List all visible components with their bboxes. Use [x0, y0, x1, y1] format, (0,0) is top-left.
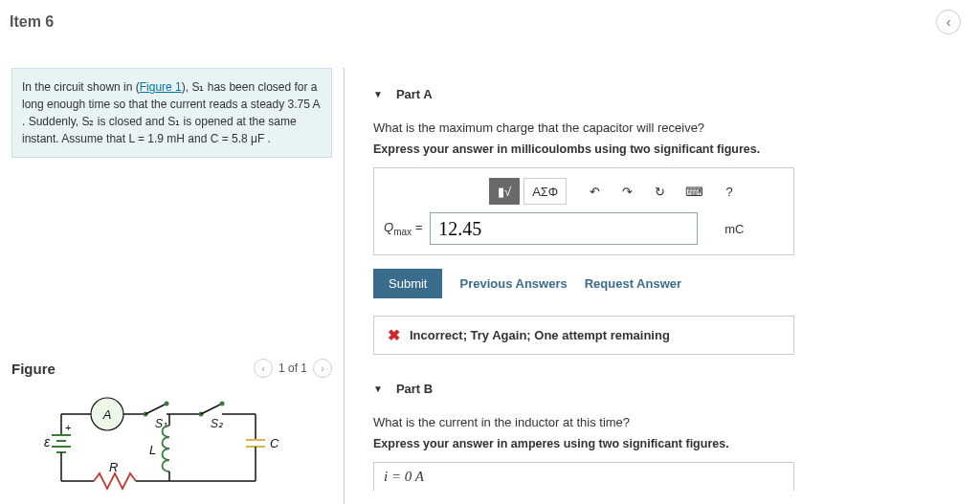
part-a-label: Part A	[396, 87, 433, 101]
svg-line-9	[201, 405, 220, 414]
figure-heading: Figure	[11, 361, 56, 377]
undo-button[interactable]: ↶	[580, 178, 609, 205]
svg-line-4	[145, 405, 165, 414]
part-a-collapse-icon[interactable]: ▼	[373, 89, 383, 99]
svg-point-10	[220, 402, 225, 406]
part-a-instruction: Express your answer in millicoulombs usi…	[373, 142, 951, 156]
svg-text:+: +	[65, 422, 71, 433]
problem-statement: In the circuit shown in (Figure 1), S₁ h…	[11, 68, 332, 158]
svg-text:A: A	[102, 407, 112, 422]
page-title: Item 6	[10, 13, 54, 31]
svg-text:ε: ε	[44, 434, 51, 449]
help-button[interactable]: ?	[715, 178, 744, 205]
part-a-question: What is the maximum charge that the capa…	[373, 121, 951, 135]
answer-input[interactable]	[430, 212, 698, 245]
svg-text:S₂: S₂	[211, 417, 224, 430]
feedback-text: Incorrect; Try Again; One attempt remain…	[410, 328, 670, 342]
svg-text:L: L	[149, 443, 156, 457]
figure-next-button[interactable]: ›	[313, 359, 332, 378]
greek-button[interactable]: ΑΣΦ	[523, 178, 567, 205]
templates-button[interactable]: ▮√	[489, 178, 520, 205]
svg-text:C: C	[270, 436, 279, 450]
answer-entry-box: ▮√ ΑΣΦ ↶ ↷ ↻ ⌨ ? Qmax = mC	[373, 167, 794, 255]
reset-button[interactable]: ↻	[645, 178, 674, 205]
figure-prev-button[interactable]: ‹	[254, 359, 273, 378]
svg-point-5	[165, 402, 169, 406]
part-b-instruction: Express your answer in amperes using two…	[373, 437, 951, 450]
keyboard-button[interactable]: ⌨	[678, 178, 711, 205]
answer-symbol: Qmax =	[384, 220, 422, 237]
request-answer-link[interactable]: Request Answer	[585, 276, 681, 291]
part-b-collapse-icon[interactable]: ▼	[373, 383, 383, 394]
figure-pager-text: 1 of 1	[278, 362, 307, 375]
redo-button[interactable]: ↷	[612, 178, 641, 205]
incorrect-icon: ✖	[388, 326, 400, 344]
submit-button[interactable]: Submit	[373, 269, 442, 298]
svg-text:S₁: S₁	[155, 417, 167, 430]
part-b-question: What is the current in the inductor at t…	[373, 415, 951, 429]
circuit-figure: A S₁ S₂	[11, 387, 332, 495]
prev-item-button[interactable]: ‹	[936, 10, 961, 34]
part-b-answer-preview: i = 0 A	[373, 462, 794, 491]
answer-unit: mC	[724, 222, 744, 236]
part-b-label: Part B	[396, 382, 433, 396]
svg-text:R: R	[109, 460, 118, 474]
feedback-box: ✖ Incorrect; Try Again; One attempt rema…	[373, 316, 794, 355]
figure-link[interactable]: Figure 1	[140, 80, 182, 94]
previous-answers-link[interactable]: Previous Answers	[459, 276, 567, 291]
